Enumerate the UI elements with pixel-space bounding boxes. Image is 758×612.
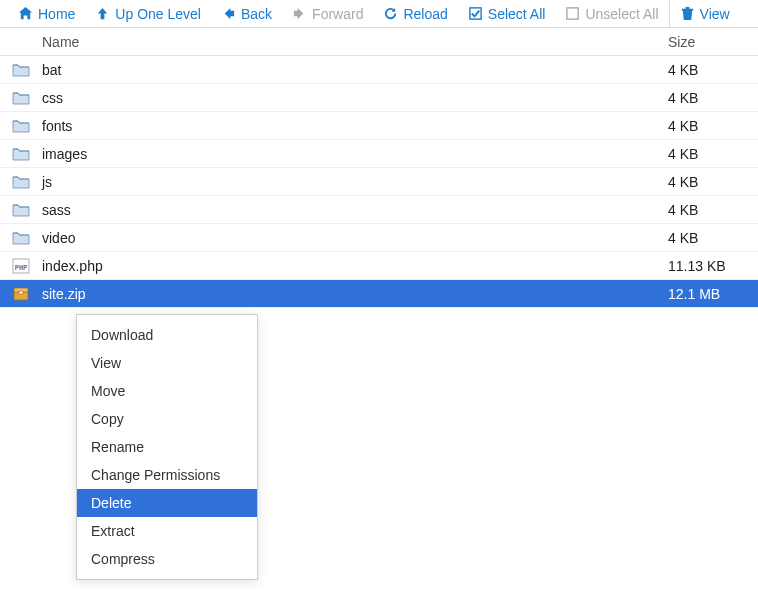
- reload-label: Reload: [403, 6, 447, 22]
- home-button[interactable]: Home: [8, 0, 85, 27]
- file-name: images: [42, 146, 668, 162]
- file-name: video: [42, 230, 668, 246]
- context-menu-item[interactable]: Copy: [77, 405, 257, 433]
- view-label: View: [700, 6, 730, 22]
- forward-arrow-icon: [292, 6, 307, 21]
- svg-rect-1: [567, 8, 578, 19]
- folder-icon: [0, 173, 42, 191]
- up-label: Up One Level: [115, 6, 201, 22]
- context-menu-item[interactable]: Change Permissions: [77, 461, 257, 489]
- file-name: site.zip: [42, 286, 668, 302]
- file-row[interactable]: images4 KB: [0, 140, 758, 168]
- toolbar: Home Up One Level Back Forward Reload Se…: [0, 0, 758, 28]
- context-menu-item[interactable]: Compress: [77, 545, 257, 573]
- file-row[interactable]: css4 KB: [0, 84, 758, 112]
- context-menu-item[interactable]: Extract: [77, 517, 257, 545]
- forward-button[interactable]: Forward: [282, 0, 373, 27]
- file-name: js: [42, 174, 668, 190]
- select-all-label: Select All: [488, 6, 546, 22]
- view-button[interactable]: View: [669, 0, 740, 27]
- file-row[interactable]: site.zip12.1 MB: [0, 280, 758, 308]
- context-menu-item[interactable]: View: [77, 349, 257, 377]
- file-size: 4 KB: [668, 146, 758, 162]
- file-row[interactable]: sass4 KB: [0, 196, 758, 224]
- file-size: 4 KB: [668, 62, 758, 78]
- reload-button[interactable]: Reload: [373, 0, 457, 27]
- folder-icon: [0, 201, 42, 219]
- file-size: 11.13 KB: [668, 258, 758, 274]
- file-name: bat: [42, 62, 668, 78]
- file-list: bat4 KBcss4 KBfonts4 KBimages4 KBjs4 KBs…: [0, 56, 758, 308]
- file-name: index.php: [42, 258, 668, 274]
- file-row[interactable]: js4 KB: [0, 168, 758, 196]
- folder-icon: [0, 145, 42, 163]
- up-one-level-button[interactable]: Up One Level: [85, 0, 211, 27]
- file-size: 4 KB: [668, 202, 758, 218]
- folder-icon: [0, 61, 42, 79]
- file-size: 4 KB: [668, 174, 758, 190]
- folder-icon: [0, 229, 42, 247]
- file-name: css: [42, 90, 668, 106]
- column-header-size[interactable]: Size: [668, 34, 758, 50]
- file-row[interactable]: bat4 KB: [0, 56, 758, 84]
- home-label: Home: [38, 6, 75, 22]
- context-menu-item[interactable]: Rename: [77, 433, 257, 461]
- folder-icon: [0, 89, 42, 107]
- forward-label: Forward: [312, 6, 363, 22]
- unselect-all-button[interactable]: Unselect All: [555, 0, 668, 27]
- folder-icon: [0, 117, 42, 135]
- home-icon: [18, 6, 33, 21]
- file-name: fonts: [42, 118, 668, 134]
- file-row[interactable]: index.php11.13 KB: [0, 252, 758, 280]
- file-name: sass: [42, 202, 668, 218]
- column-header-name[interactable]: Name: [42, 34, 668, 50]
- context-menu-item[interactable]: Download: [77, 321, 257, 349]
- file-row[interactable]: video4 KB: [0, 224, 758, 252]
- check-square-icon: [468, 6, 483, 21]
- unselect-all-label: Unselect All: [585, 6, 658, 22]
- file-size: 4 KB: [668, 230, 758, 246]
- back-label: Back: [241, 6, 272, 22]
- trash-icon: [680, 6, 695, 21]
- list-header: Name Size: [0, 28, 758, 56]
- back-button[interactable]: Back: [211, 0, 282, 27]
- context-menu-item[interactable]: Move: [77, 377, 257, 405]
- select-all-button[interactable]: Select All: [458, 0, 556, 27]
- square-icon: [565, 6, 580, 21]
- file-size: 4 KB: [668, 90, 758, 106]
- file-row[interactable]: fonts4 KB: [0, 112, 758, 140]
- php-icon: [0, 257, 42, 275]
- up-arrow-icon: [95, 6, 110, 21]
- file-size: 4 KB: [668, 118, 758, 134]
- context-menu: DownloadViewMoveCopyRenameChange Permiss…: [76, 314, 258, 580]
- back-arrow-icon: [221, 6, 236, 21]
- context-menu-item[interactable]: Delete: [77, 489, 257, 517]
- file-size: 12.1 MB: [668, 286, 758, 302]
- zip-icon: [0, 285, 42, 303]
- reload-icon: [383, 6, 398, 21]
- svg-rect-0: [470, 8, 481, 19]
